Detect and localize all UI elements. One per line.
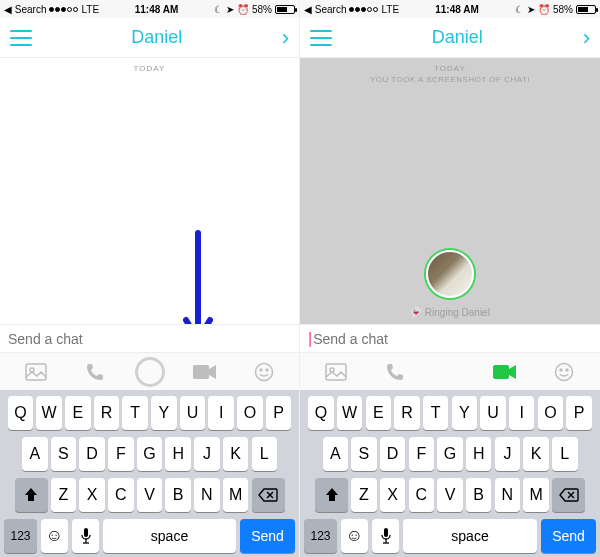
- key-i[interactable]: I: [509, 396, 535, 430]
- status-bar: ◀ Search LTE 11:48 AM ☾ ➤ ⏰ 58%: [300, 0, 600, 18]
- key-h[interactable]: H: [165, 437, 191, 471]
- key-e[interactable]: E: [366, 396, 392, 430]
- key-n[interactable]: N: [495, 478, 521, 512]
- status-bar: ◀ Search LTE 11:48 AM ☾ ➤ ⏰ 58%: [0, 0, 299, 18]
- day-label: TODAY: [300, 58, 600, 73]
- forward-chevron-icon[interactable]: ›: [282, 25, 289, 51]
- message-input-row[interactable]: |: [300, 324, 600, 352]
- key-a[interactable]: A: [22, 437, 48, 471]
- key-n[interactable]: N: [194, 478, 220, 512]
- key-h[interactable]: H: [466, 437, 492, 471]
- key-c[interactable]: C: [409, 478, 435, 512]
- key-u[interactable]: U: [180, 396, 206, 430]
- gallery-icon[interactable]: [17, 359, 55, 385]
- back-to-app[interactable]: ◀ Search: [304, 4, 346, 15]
- key-m[interactable]: M: [223, 478, 249, 512]
- key-backspace[interactable]: [552, 478, 585, 512]
- key-space[interactable]: space: [403, 519, 537, 553]
- key-r[interactable]: R: [94, 396, 120, 430]
- key-emoji[interactable]: ☺: [341, 519, 368, 553]
- key-l[interactable]: L: [252, 437, 278, 471]
- key-x[interactable]: X: [380, 478, 406, 512]
- key-send[interactable]: Send: [240, 519, 295, 553]
- battery-pct: 58%: [553, 4, 573, 15]
- key-a[interactable]: A: [323, 437, 349, 471]
- key-x[interactable]: X: [79, 478, 105, 512]
- key-t[interactable]: T: [122, 396, 148, 430]
- key-u[interactable]: U: [480, 396, 506, 430]
- key-space[interactable]: space: [103, 519, 236, 553]
- message-input[interactable]: [8, 331, 291, 347]
- svg-rect-1: [26, 364, 46, 380]
- key-o[interactable]: O: [538, 396, 564, 430]
- key-p[interactable]: P: [266, 396, 292, 430]
- key-k[interactable]: K: [523, 437, 549, 471]
- phone-icon[interactable]: [76, 359, 114, 385]
- key-q[interactable]: Q: [8, 396, 34, 430]
- message-input-row[interactable]: [0, 324, 299, 352]
- key-g[interactable]: G: [437, 437, 463, 471]
- chat-title: Daniel: [131, 27, 182, 48]
- key-w[interactable]: W: [337, 396, 363, 430]
- forward-chevron-icon[interactable]: ›: [583, 25, 590, 51]
- video-icon[interactable]: [186, 359, 224, 385]
- key-s[interactable]: S: [351, 437, 377, 471]
- menu-button[interactable]: [10, 30, 32, 46]
- key-b[interactable]: B: [165, 478, 191, 512]
- keyboard: Q W E R T Y U I O P A S D F G H J K L: [300, 390, 600, 557]
- emoji-icon[interactable]: [545, 359, 583, 385]
- key-o[interactable]: O: [237, 396, 263, 430]
- key-v[interactable]: V: [437, 478, 463, 512]
- key-c[interactable]: C: [108, 478, 134, 512]
- key-backspace[interactable]: [252, 478, 285, 512]
- avatar[interactable]: [426, 250, 474, 298]
- key-m[interactable]: M: [523, 478, 549, 512]
- key-numbers[interactable]: 123: [304, 519, 337, 553]
- key-q[interactable]: Q: [308, 396, 334, 430]
- back-to-app[interactable]: ◀ Search: [4, 4, 46, 15]
- gallery-icon[interactable]: [317, 359, 355, 385]
- key-f[interactable]: F: [409, 437, 435, 471]
- key-dictation[interactable]: [72, 519, 99, 553]
- key-e[interactable]: E: [65, 396, 91, 430]
- key-shift[interactable]: [315, 478, 348, 512]
- phone-icon[interactable]: [376, 359, 414, 385]
- key-d[interactable]: D: [79, 437, 105, 471]
- key-v[interactable]: V: [137, 478, 163, 512]
- key-z[interactable]: Z: [351, 478, 377, 512]
- key-f[interactable]: F: [108, 437, 134, 471]
- key-s[interactable]: S: [51, 437, 77, 471]
- key-emoji[interactable]: ☺: [41, 519, 68, 553]
- chat-body[interactable]: TODAY YOU TOOK A SCREENSHOT OF CHAT! 👻 R…: [300, 58, 600, 324]
- emoji-icon[interactable]: [245, 359, 283, 385]
- key-j[interactable]: J: [495, 437, 521, 471]
- key-b[interactable]: B: [466, 478, 492, 512]
- key-r[interactable]: R: [394, 396, 420, 430]
- key-y[interactable]: Y: [151, 396, 177, 430]
- key-k[interactable]: K: [223, 437, 249, 471]
- key-y[interactable]: Y: [452, 396, 478, 430]
- key-j[interactable]: J: [194, 437, 220, 471]
- key-w[interactable]: W: [36, 396, 62, 430]
- chat-body[interactable]: TODAY: [0, 58, 299, 324]
- clock: 11:48 AM: [435, 4, 479, 15]
- message-input[interactable]: [313, 331, 592, 347]
- key-p[interactable]: P: [566, 396, 592, 430]
- screenshot-notice: YOU TOOK A SCREENSHOT OF CHAT!: [300, 75, 600, 84]
- key-z[interactable]: Z: [51, 478, 77, 512]
- carrier-label: LTE: [81, 4, 99, 15]
- key-row-3: Z X C V B N M: [303, 478, 597, 512]
- key-shift[interactable]: [15, 478, 48, 512]
- key-dictation[interactable]: [372, 519, 399, 553]
- key-l[interactable]: L: [552, 437, 578, 471]
- svg-point-4: [255, 363, 272, 380]
- key-g[interactable]: G: [137, 437, 163, 471]
- key-d[interactable]: D: [380, 437, 406, 471]
- camera-shutter[interactable]: [135, 357, 165, 387]
- key-numbers[interactable]: 123: [4, 519, 37, 553]
- key-send[interactable]: Send: [541, 519, 596, 553]
- video-icon[interactable]: [486, 359, 524, 385]
- menu-button[interactable]: [310, 30, 332, 46]
- key-t[interactable]: T: [423, 396, 449, 430]
- key-i[interactable]: I: [208, 396, 234, 430]
